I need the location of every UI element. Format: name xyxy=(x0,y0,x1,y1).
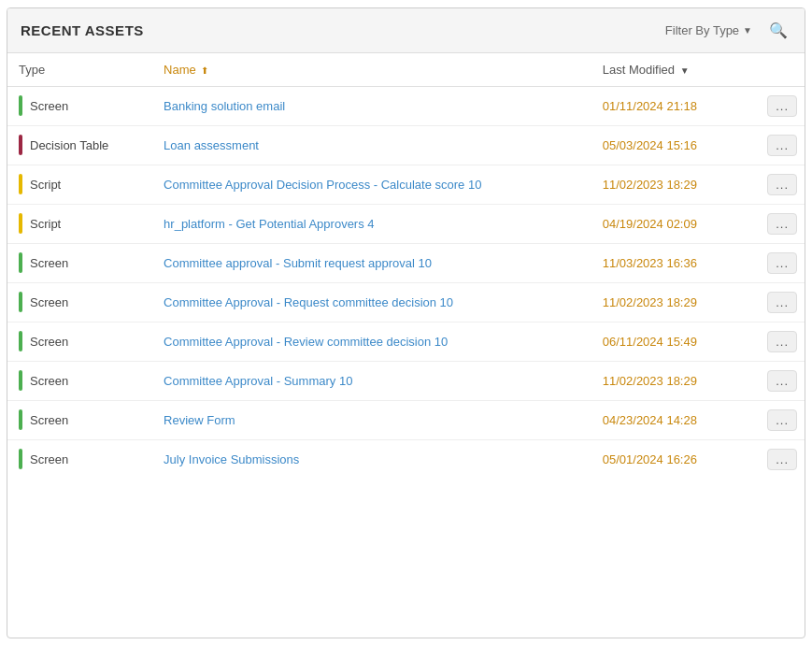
name-cell: Loan assessment xyxy=(152,125,591,165)
more-options-button[interactable]: ... xyxy=(767,449,797,470)
actions-cell: ... xyxy=(742,125,805,165)
actions-cell: ... xyxy=(742,204,805,243)
type-bar xyxy=(19,409,22,430)
more-options-button[interactable]: ... xyxy=(767,135,797,156)
col-modified[interactable]: Last Modified ▼ xyxy=(591,53,742,87)
type-bar xyxy=(19,331,22,351)
type-bar xyxy=(19,370,22,391)
table-header-row: Type Name ⬆ Last Modified ▼ xyxy=(7,53,805,87)
name-cell: Committee Approval - Request committee d… xyxy=(152,282,591,322)
modified-cell: 11/03/2023 16:36 xyxy=(591,243,742,282)
type-cell: Script xyxy=(7,165,152,204)
panel-header: RECENT ASSETS Filter By Type ▼ 🔍 xyxy=(7,8,805,53)
more-options-button[interactable]: ... xyxy=(767,213,797,235)
name-link[interactable]: Committee approval - Submit request appr… xyxy=(164,256,432,270)
modified-sort-icon: ▼ xyxy=(680,65,690,76)
type-cell: Screen xyxy=(7,243,152,282)
name-link[interactable]: Committee Approval - Review committee de… xyxy=(164,335,448,349)
more-options-button[interactable]: ... xyxy=(767,331,797,352)
type-bar xyxy=(19,135,22,155)
filter-label: Filter By Type xyxy=(665,23,739,37)
name-cell: Committee Approval - Summary 10 xyxy=(152,361,591,400)
assets-table: Type Name ⬆ Last Modified ▼ Screen xyxy=(7,53,805,479)
type-bar xyxy=(19,95,22,116)
type-label: Script xyxy=(30,178,61,192)
more-options-button[interactable]: ... xyxy=(767,95,797,117)
modified-cell: 05/01/2024 16:26 xyxy=(591,439,742,479)
name-link[interactable]: Committee Approval Decision Process - Ca… xyxy=(164,178,481,192)
more-options-button[interactable]: ... xyxy=(767,409,797,431)
search-icon: 🔍 xyxy=(769,22,788,38)
type-bar xyxy=(19,449,22,469)
name-link[interactable]: Committee Approval - Request committee d… xyxy=(164,295,453,309)
actions-cell: ... xyxy=(742,243,805,282)
table-row: Script hr_platform - Get Potential Appro… xyxy=(7,204,805,243)
table-row: Screen July Invoice Submissions05/01/202… xyxy=(7,439,805,479)
name-link[interactable]: Banking solution email xyxy=(164,99,285,113)
table-row: Script Committee Approval Decision Proce… xyxy=(7,165,805,204)
type-bar xyxy=(19,292,22,312)
name-cell: Committee approval - Submit request appr… xyxy=(152,243,591,282)
type-label: Script xyxy=(30,217,61,231)
type-bar xyxy=(19,174,22,194)
modified-cell: 11/02/2023 18:29 xyxy=(591,165,742,204)
name-cell: hr_platform - Get Potential Approvers 4 xyxy=(152,204,591,243)
filter-by-type-button[interactable]: Filter By Type ▼ xyxy=(660,20,758,41)
modified-cell: 01/11/2024 21:18 xyxy=(591,86,742,125)
modified-cell: 05/03/2024 15:16 xyxy=(591,125,742,165)
col-type[interactable]: Type xyxy=(7,53,152,87)
actions-cell: ... xyxy=(742,322,805,361)
type-cell: Screen xyxy=(7,439,152,479)
modified-cell: 11/02/2023 18:29 xyxy=(591,282,742,322)
type-bar xyxy=(19,213,22,234)
name-cell: Review Form xyxy=(152,400,591,439)
type-label: Screen xyxy=(30,452,68,466)
more-options-button[interactable]: ... xyxy=(767,292,797,313)
name-link[interactable]: Review Form xyxy=(164,413,235,427)
type-cell: Screen xyxy=(7,282,152,322)
type-cell: Script xyxy=(7,204,152,243)
modified-cell: 04/19/2024 02:09 xyxy=(591,204,742,243)
more-options-button[interactable]: ... xyxy=(767,370,797,392)
type-label: Screen xyxy=(30,413,68,427)
col-name[interactable]: Name ⬆ xyxy=(152,53,591,87)
type-bar xyxy=(19,252,22,273)
modified-cell: 04/23/2024 14:28 xyxy=(591,400,742,439)
type-cell: Screen xyxy=(7,322,152,361)
modified-cell: 11/02/2023 18:29 xyxy=(591,361,742,400)
type-label: Screen xyxy=(30,295,68,309)
more-options-button[interactable]: ... xyxy=(767,252,797,274)
actions-cell: ... xyxy=(742,361,805,400)
actions-cell: ... xyxy=(742,400,805,439)
actions-cell: ... xyxy=(742,165,805,204)
modified-cell: 06/11/2024 15:49 xyxy=(591,322,742,361)
search-button[interactable]: 🔍 xyxy=(765,18,791,43)
type-label: Screen xyxy=(30,99,68,113)
type-cell: Screen xyxy=(7,361,152,400)
table-row: Screen Committee Approval - Summary 1011… xyxy=(7,361,805,400)
name-cell: Committee Approval Decision Process - Ca… xyxy=(152,165,591,204)
recent-assets-panel: RECENT ASSETS Filter By Type ▼ 🔍 Type Na… xyxy=(7,7,805,638)
table-container: Type Name ⬆ Last Modified ▼ Screen xyxy=(7,53,805,638)
name-link[interactable]: hr_platform - Get Potential Approvers 4 xyxy=(164,217,374,231)
name-cell: Committee Approval - Review committee de… xyxy=(152,322,591,361)
table-row: Screen Banking solution email01/11/2024 … xyxy=(7,86,805,125)
type-label: Decision Table xyxy=(30,138,108,152)
name-link[interactable]: Loan assessment xyxy=(164,138,259,152)
type-label: Screen xyxy=(30,256,68,270)
type-cell: Screen xyxy=(7,400,152,439)
actions-cell: ... xyxy=(742,282,805,322)
chevron-down-icon: ▼ xyxy=(743,25,752,36)
header-controls: Filter By Type ▼ 🔍 xyxy=(660,18,791,43)
panel-title: RECENT ASSETS xyxy=(21,22,144,38)
col-actions xyxy=(742,53,805,87)
name-sort-icon: ⬆ xyxy=(201,65,208,76)
type-cell: Decision Table xyxy=(7,125,152,165)
name-link[interactable]: July Invoice Submissions xyxy=(164,452,299,466)
name-cell: July Invoice Submissions xyxy=(152,439,591,479)
name-link[interactable]: Committee Approval - Summary 10 xyxy=(164,374,352,388)
table-row: Screen Committee Approval - Request comm… xyxy=(7,282,805,322)
more-options-button[interactable]: ... xyxy=(767,174,797,195)
type-cell: Screen xyxy=(7,86,152,125)
table-body: Screen Banking solution email01/11/2024 … xyxy=(7,86,805,479)
